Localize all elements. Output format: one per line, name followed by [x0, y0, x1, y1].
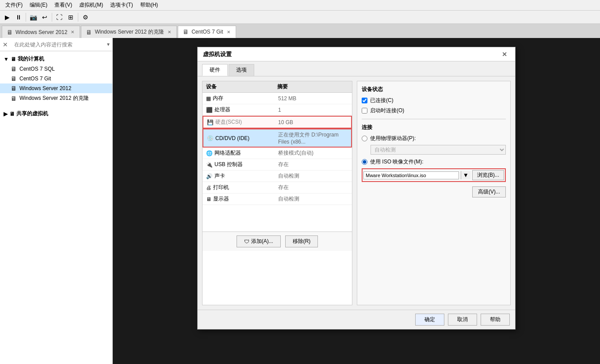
physical-drive-label[interactable]: 使用物理驱动器(P):	[370, 135, 416, 142]
menu-tabs[interactable]: 选项卡(T)	[107, 0, 136, 10]
device-row-printer[interactable]: 🖨 打印机 存在	[203, 182, 352, 193]
device-summary-processor: 1	[278, 107, 348, 113]
iso-file-input[interactable]	[363, 171, 459, 179]
dialog-tab-hardware[interactable]: 硬件	[202, 64, 228, 76]
sidebar-group-shared[interactable]: ▶ 🖥 共享的虚拟机	[0, 109, 112, 119]
menu-vm[interactable]: 虚拟机(M)	[76, 0, 107, 10]
tab-close-3[interactable]: ✕	[226, 29, 231, 35]
browse-button[interactable]: 浏览(B)...	[472, 170, 504, 180]
connected-checkbox[interactable]	[362, 98, 367, 103]
toolbar-pause-btn[interactable]: ⏸	[13, 12, 24, 22]
advanced-btn-row: 高级(V)...	[362, 186, 506, 197]
search-bar: ✕ ▼	[0, 38, 112, 51]
device-summary-usb: 存在	[278, 161, 348, 168]
menu-edit[interactable]: 编辑(E)	[26, 0, 51, 10]
device-row-harddisk[interactable]: 💾 硬盘(SCSI) 10 GB	[203, 116, 352, 129]
sidebar-item-centos7sql[interactable]: 🖥 CentOS 7 SQL	[0, 64, 112, 74]
cancel-button[interactable]: 取消	[448, 314, 477, 326]
tab-close-1[interactable]: ✕	[70, 29, 75, 35]
device-row-sound[interactable]: 🔊 声卡 自动检测	[203, 171, 352, 182]
auto-detect-select[interactable]: 自动检测	[371, 145, 506, 155]
sidebar-group-label: 我的计算机	[18, 55, 44, 63]
sidebar-group-shared-icon: 🖥	[9, 111, 15, 117]
iso-file-radio[interactable]	[362, 159, 367, 165]
dialog-tab-options[interactable]: 选项	[229, 64, 254, 76]
sidebar-item-label-centos7git: CentOS 7 Git	[19, 76, 51, 82]
sidebar-group-shared-label: 共享的虚拟机	[16, 110, 48, 118]
connected-label[interactable]: 已连接(C)	[370, 97, 394, 104]
device-row-cddvd[interactable]: 💿 CD/DVD (IDE) 正在使用文件 D:\Program Files (…	[203, 129, 352, 148]
advanced-button[interactable]: 高级(V)...	[472, 186, 506, 197]
tab-label-2: Windows Server 2012 的克隆	[95, 28, 164, 36]
device-name-memory: ▦ 内存	[206, 95, 276, 102]
device-row-display[interactable]: 🖥 显示器 自动检测	[203, 193, 352, 205]
dialog-titlebar: 虚拟机设置 ✕	[198, 47, 515, 61]
toolbar-unity-btn[interactable]: ⊞	[65, 12, 76, 22]
device-summary-network: 桥接模式(自动)	[278, 149, 348, 157]
sidebar-item-label-winserver2012-clone: Windows Server 2012 的克隆	[19, 95, 89, 102]
connect-on-start-row: 启动时连接(O)	[362, 107, 506, 114]
toolbar-fullscreen-btn[interactable]: ⛶	[54, 12, 65, 22]
device-list: 设备 摘要 ▦ 内存 512 MB	[202, 81, 352, 305]
vm-settings-dialog: 虚拟机设置 ✕ 硬件 选项 设备 摘要	[197, 47, 516, 330]
tab-close-2[interactable]: ✕	[167, 29, 172, 35]
device-summary-harddisk: 10 GB	[278, 119, 348, 125]
tab-windows-server-2012-clone[interactable]: 🖥 Windows Server 2012 的克隆 ✕	[81, 26, 177, 38]
toolbar-revert-btn[interactable]: ↩	[39, 12, 50, 22]
sidebar-group-computer-icon: 🖥	[11, 56, 16, 62]
toolbar-snapshot-btn[interactable]: 📷	[28, 12, 38, 22]
sidebar-close-icon[interactable]: ✕	[0, 41, 11, 48]
toolbar-divider-1	[26, 13, 26, 22]
device-summary-cddvd: 正在使用文件 D:\Program Files (x86...	[278, 131, 348, 145]
menu-help[interactable]: 帮助(H)	[137, 0, 162, 10]
sidebar-item-label-centos7sql: CentOS 7 SQL	[19, 66, 55, 72]
search-input[interactable]	[11, 42, 104, 48]
toolbar-power-btn[interactable]: ▶	[2, 12, 12, 22]
ok-button[interactable]: 确定	[415, 314, 444, 326]
iso-file-label[interactable]: 使用 ISO 映像文件(M):	[370, 158, 424, 166]
tab-bar: 🖥 Windows Server 2012 ✕ 🖥 Windows Server…	[0, 24, 600, 38]
sidebar-item-winserver2012-clone[interactable]: 🖥 Windows Server 2012 的克隆	[0, 93, 112, 103]
device-row-usb[interactable]: 🔌 USB 控制器 存在	[203, 159, 352, 171]
tab-icon-3: 🖥	[183, 28, 189, 35]
add-device-button[interactable]: 🛡 添加(A)...	[237, 235, 281, 247]
col-device-label: 设备	[206, 83, 277, 91]
dialog-footer: 确定 取消 帮助	[198, 310, 515, 329]
search-dropdown-icon[interactable]: ▼	[104, 42, 112, 47]
tab-windows-server-2012[interactable]: 🖥 Windows Server 2012 ✕	[2, 26, 80, 38]
menu-file[interactable]: 文件(F)	[2, 0, 26, 10]
main-layout: ✕ ▼ ▼ 🖥 我的计算机 🖥 CentOS 7 SQL 🖥 CentOS 7 …	[0, 38, 600, 364]
processor-icon: ⬛	[206, 107, 213, 113]
iso-file-radio-row: 使用 ISO 映像文件(M):	[362, 158, 506, 166]
device-settings-panel: 设备状态 已连接(C) 启动时连接(O) 连接	[357, 81, 511, 305]
device-row-processor[interactable]: ⬛ 处理器 1	[203, 104, 352, 116]
device-name-processor: ⬛ 处理器	[206, 106, 276, 114]
connected-checkbox-row: 已连接(C)	[362, 97, 506, 104]
menu-view[interactable]: 查看(V)	[51, 0, 76, 10]
status-section-title: 设备状态	[362, 86, 506, 93]
device-row-network[interactable]: 🌐 网络适配器 桥接模式(自动)	[203, 148, 352, 159]
toolbar-settings-btn[interactable]: ⚙	[80, 12, 91, 22]
display-icon: 🖥	[206, 196, 211, 202]
printer-icon: 🖨	[206, 185, 211, 191]
sidebar-item-winserver2012[interactable]: 🖥 Windows Server 2012	[0, 83, 112, 93]
tab-label-3: CentOS 7 Git	[191, 29, 223, 35]
device-row-memory[interactable]: ▦ 内存 512 MB	[203, 93, 352, 104]
device-name-network: 🌐 网络适配器	[206, 149, 276, 157]
remove-device-button[interactable]: 移除(R)	[285, 235, 318, 247]
connect-on-start-label[interactable]: 启动时连接(O)	[370, 107, 404, 114]
iso-dropdown-button[interactable]: ▼	[461, 171, 470, 179]
device-list-header: 设备 摘要	[203, 81, 352, 93]
physical-drive-radio[interactable]	[362, 136, 367, 141]
sidebar-group-my-computer[interactable]: ▼ 🖥 我的计算机	[0, 54, 112, 64]
device-summary-display: 自动检测	[278, 195, 348, 203]
col-summary-label: 摘要	[277, 83, 348, 91]
tab-label-1: Windows Server 2012	[15, 29, 67, 35]
connect-on-start-checkbox[interactable]	[362, 108, 367, 114]
shield-icon: 🛡	[244, 239, 249, 245]
sidebar-item-centos7git[interactable]: 🖥 CentOS 7 Git	[0, 74, 112, 83]
help-button[interactable]: 帮助	[481, 314, 510, 326]
dialog-close-icon[interactable]: ✕	[499, 50, 510, 59]
vm-icon-1: 🖥	[11, 65, 17, 72]
tab-centos-7-git[interactable]: 🖥 CentOS 7 Git ✕	[178, 26, 236, 38]
